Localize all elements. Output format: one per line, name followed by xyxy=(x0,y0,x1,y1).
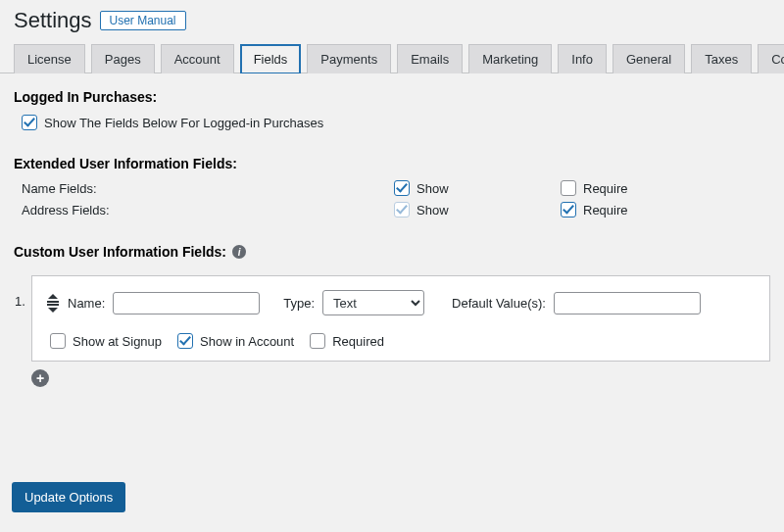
custom-type-label: Type: xyxy=(283,296,315,311)
tab-fields[interactable]: Fields xyxy=(240,44,302,73)
custom-type-select[interactable]: Text xyxy=(322,290,424,315)
tab-marketing[interactable]: Marketing xyxy=(468,44,552,73)
section-custom-title: Custom User Information Fields: xyxy=(14,244,226,260)
add-custom-field-button[interactable]: + xyxy=(31,369,49,387)
custom-name-label: Name: xyxy=(68,296,105,311)
info-icon[interactable]: i xyxy=(232,245,246,259)
show-logged-in-fields-checkbox[interactable] xyxy=(22,115,37,130)
user-manual-button[interactable]: User Manual xyxy=(100,11,186,30)
address-fields-require-checkbox[interactable] xyxy=(561,202,576,218)
show-in-account-checkbox[interactable] xyxy=(177,333,193,349)
tab-license[interactable]: License xyxy=(14,44,85,73)
section-extended-title: Extended User Information Fields: xyxy=(0,134,784,177)
section-logged-in-title: Logged In Purchases: xyxy=(0,73,784,111)
tab-pages[interactable]: Pages xyxy=(91,44,155,73)
show-at-signup-checkbox[interactable] xyxy=(50,333,66,349)
required-label: Required xyxy=(332,334,384,349)
address-fields-show-label: Show xyxy=(416,203,449,218)
name-fields-show-checkbox[interactable] xyxy=(394,180,410,196)
settings-tabs: License Pages Account Fields Payments Em… xyxy=(0,43,784,73)
tab-taxes[interactable]: Taxes xyxy=(691,44,752,73)
tab-account[interactable]: Account xyxy=(161,44,234,73)
custom-default-input[interactable] xyxy=(554,292,701,314)
tab-courses[interactable]: Courses xyxy=(758,44,784,73)
update-options-button[interactable]: Update Options xyxy=(12,482,125,512)
required-checkbox[interactable] xyxy=(310,333,325,349)
name-fields-require-checkbox[interactable] xyxy=(561,180,576,196)
name-fields-show-label: Show xyxy=(416,181,449,196)
tab-payments[interactable]: Payments xyxy=(307,44,391,73)
custom-row-number: 1. xyxy=(15,294,25,309)
show-logged-in-fields-label: Show The Fields Below For Logged-in Purc… xyxy=(44,116,323,130)
address-fields-show-checkbox[interactable] xyxy=(394,202,410,218)
tab-emails[interactable]: Emails xyxy=(397,44,463,73)
page-title: Settings xyxy=(14,8,92,33)
tab-info[interactable]: Info xyxy=(558,44,607,73)
custom-default-label: Default Value(s): xyxy=(452,296,546,311)
name-fields-require-label: Require xyxy=(583,181,628,196)
drag-handle-icon[interactable] xyxy=(46,294,60,313)
show-at-signup-label: Show at Signup xyxy=(73,334,162,349)
custom-field-row: 1. Name: Type: Text Default Value(s): Sh… xyxy=(31,275,770,362)
show-in-account-label: Show in Account xyxy=(200,334,294,349)
tab-general[interactable]: General xyxy=(612,44,685,73)
address-fields-label: Address Fields: xyxy=(22,203,394,218)
address-fields-require-label: Require xyxy=(583,203,628,218)
custom-name-input[interactable] xyxy=(113,292,260,314)
name-fields-label: Name Fields: xyxy=(22,181,394,196)
